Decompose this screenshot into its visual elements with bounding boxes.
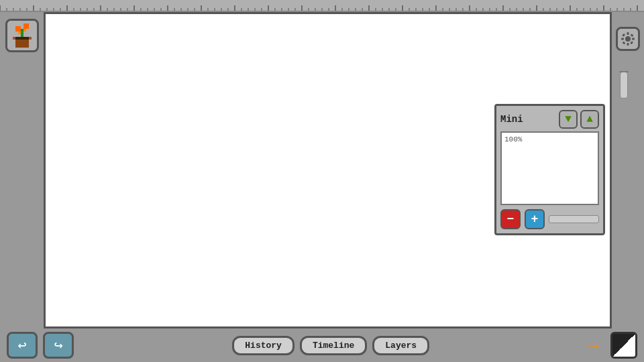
top-ruler: // This runs inline - we'll just do it i… [0,0,644,12]
gear-icon [621,32,635,46]
right-sidebar [612,12,644,328]
mini-panel-header: Mini ▼ ▲ [500,110,599,129]
timeline-tab[interactable]: Timeline [300,336,367,355]
color-tool-button[interactable] [610,332,637,359]
mini-down-button[interactable]: ▼ [559,110,578,129]
svg-rect-99 [21,29,23,37]
left-sidebar [0,12,44,328]
ruler-svg: // This runs inline - we'll just do it i… [0,0,644,11]
mini-up-button[interactable]: ▲ [580,110,599,129]
mini-up-icon: ▲ [586,113,593,125]
svg-rect-109 [622,34,625,37]
forward-arrow: → [588,336,598,356]
mini-scrollbar[interactable] [549,215,599,223]
svg-rect-111 [623,42,626,45]
svg-rect-102 [18,32,21,34]
redo-icon: ↪ [54,337,62,355]
mini-zoom-percent: 100% [504,135,522,143]
mini-panel-footer: − + [500,209,599,229]
svg-rect-100 [15,26,21,32]
svg-rect-101 [23,23,29,29]
plant-sprite-icon [10,23,34,48]
mini-down-icon: ▼ [565,113,572,125]
svg-point-104 [625,36,631,42]
mini-plus-button[interactable]: + [525,209,545,229]
mini-preview-area[interactable]: 100% [500,131,599,205]
mini-panel: Mini ▼ ▲ 100% − + [494,104,605,235]
svg-rect-106 [627,43,629,46]
svg-rect-110 [631,34,634,37]
mini-panel-header-buttons: ▼ ▲ [559,110,599,129]
undo-button[interactable]: ↩ [7,332,38,359]
plant-tool-button[interactable] [5,19,39,52]
vertical-scrollbar[interactable] [619,71,629,72]
gear-button[interactable] [616,27,640,51]
bottom-bar: ↩ ↪ History Timeline Layers → [0,328,644,362]
plus-icon: + [531,213,539,226]
redo-button[interactable]: ↪ [43,332,74,359]
history-tab[interactable]: History [232,336,294,355]
layers-tab[interactable]: Layers [372,336,429,355]
svg-rect-98 [15,37,29,40]
svg-rect-103 [23,29,26,32]
minus-icon: − [507,213,515,226]
svg-rect-96 [15,40,29,48]
arrow-right-icon: → [588,335,598,356]
svg-rect-105 [627,32,629,35]
svg-rect-112 [630,41,633,44]
mini-minus-button[interactable]: − [500,209,521,229]
undo-icon: ↩ [17,337,26,355]
svg-rect-108 [632,38,635,40]
svg-rect-107 [621,38,624,40]
scrollbar-thumb[interactable] [620,72,628,99]
mini-panel-title: Mini [500,114,523,125]
